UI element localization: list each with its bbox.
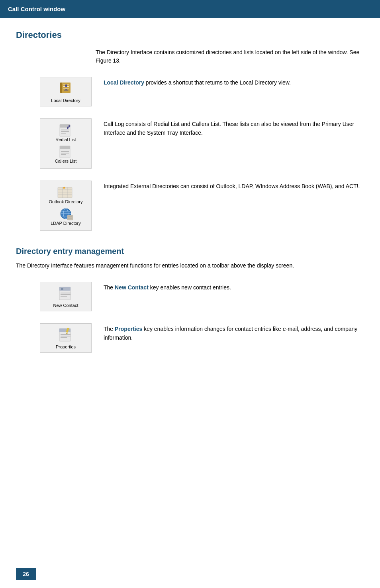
svg-rect-1	[60, 83, 62, 93]
properties-icon	[56, 327, 75, 343]
external-dir-row: Outlook Directory LDAP Directory	[16, 181, 364, 231]
local-directory-label: Local Directory	[51, 98, 80, 103]
callers-list-label: Callers List	[55, 159, 76, 163]
directories-intro: The Directory Interface contains customi…	[96, 48, 364, 65]
properties-row: Properties The Properties key enables in…	[16, 323, 364, 353]
outlook-item: Outlook Directory	[49, 186, 83, 204]
ldap-item: LDAP Directory	[51, 207, 81, 226]
redial-list-label: Redial List	[55, 137, 76, 142]
svg-rect-33	[61, 288, 63, 290]
new-contact-highlight: New Contact	[115, 284, 149, 291]
properties-highlight: Properties	[115, 326, 142, 332]
page-content: Directories The Directory Interface cont…	[0, 18, 380, 397]
header-bar: Call Control window	[0, 0, 380, 18]
calllog-row: Redial List Callers List Call Log consis…	[16, 118, 364, 169]
directory-entry-section: Directory entry management The Directory…	[16, 247, 364, 353]
new-contact-label: New Contact	[53, 303, 78, 308]
calllog-text: Call Log consists of Redial List and Cal…	[104, 118, 364, 137]
local-directory-icon	[56, 81, 75, 96]
page-number: 26	[16, 568, 36, 580]
directory-entry-title: Directory entry management	[16, 247, 364, 256]
new-contact-text: The New Contact key enables new contact …	[104, 282, 364, 292]
local-directory-highlight: Local Directory	[104, 79, 144, 86]
directories-title: Directories	[16, 30, 364, 40]
svg-rect-16	[58, 187, 72, 198]
svg-rect-0	[61, 83, 71, 93]
new-contact-icon	[56, 285, 75, 301]
properties-icon-box: Properties	[40, 323, 92, 353]
calllog-icon-box: Redial List Callers List	[40, 118, 92, 169]
svg-point-5	[65, 85, 67, 87]
local-directory-text: Local Directory provides a shortcut that…	[104, 77, 364, 87]
properties-text: The Properties key enables information c…	[104, 323, 364, 342]
external-dir-text: Integrated External Directories can cons…	[104, 181, 364, 191]
outlook-label: Outlook Directory	[49, 199, 83, 204]
svg-rect-12	[60, 146, 70, 149]
redial-list-item: Redial List	[55, 124, 76, 142]
ldap-label: LDAP Directory	[51, 221, 81, 226]
directory-entry-intro: The Directory Interface features managem…	[16, 262, 364, 270]
properties-label: Properties	[56, 344, 76, 349]
new-contact-icon-box: New Contact	[40, 282, 92, 311]
external-dir-icon-box: Outlook Directory LDAP Directory	[40, 181, 92, 231]
new-contact-row: New Contact The New Contact key enables …	[16, 282, 364, 311]
svg-rect-28	[67, 215, 73, 220]
callers-list-item: Callers List	[55, 145, 76, 163]
header-title: Call Control window	[8, 6, 65, 12]
local-directory-icon-box: Local Directory	[40, 77, 92, 106]
local-directory-row: Local Directory Local Directory provides…	[16, 77, 364, 106]
